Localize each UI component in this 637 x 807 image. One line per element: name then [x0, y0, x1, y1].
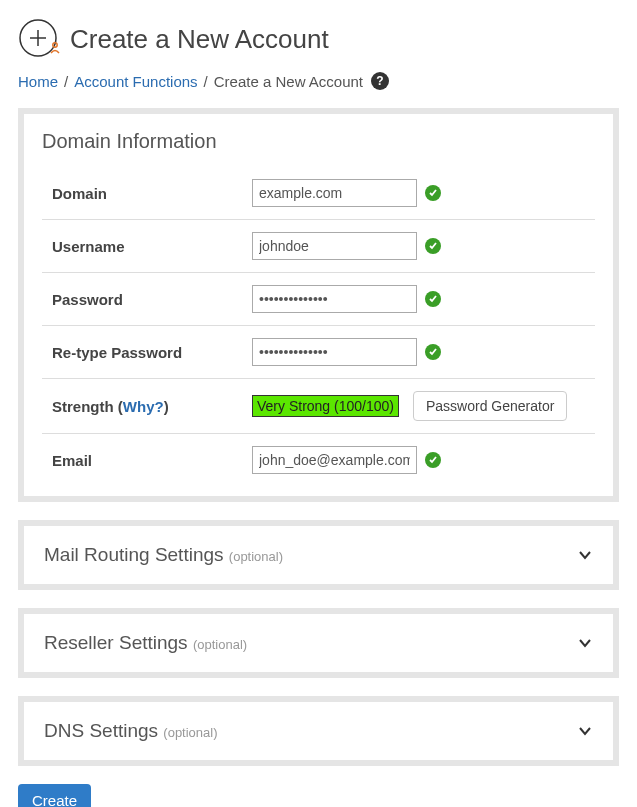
help-icon[interactable]: ? [371, 72, 389, 90]
breadcrumb-account-functions[interactable]: Account Functions [74, 73, 197, 90]
domain-label: Domain [42, 185, 252, 202]
domain-input[interactable] [252, 179, 417, 207]
optional-label: (optional) [163, 725, 217, 740]
password-generator-button[interactable]: Password Generator [413, 391, 567, 421]
email-label: Email [42, 452, 252, 469]
valid-check-icon [425, 238, 441, 254]
page-title: Create a New Account [70, 24, 329, 55]
valid-check-icon [425, 452, 441, 468]
valid-check-icon [425, 344, 441, 360]
valid-check-icon [425, 291, 441, 307]
create-button[interactable]: Create [18, 784, 91, 807]
reseller-settings-panel: Reseller Settings (optional) [18, 608, 619, 678]
retype-password-row: Re-type Password [42, 326, 595, 379]
mail-routing-toggle[interactable]: Mail Routing Settings (optional) [24, 526, 613, 584]
retype-password-input[interactable] [252, 338, 417, 366]
chevron-down-icon [577, 635, 593, 651]
dns-settings-toggle[interactable]: DNS Settings (optional) [24, 702, 613, 760]
password-label: Password [42, 291, 252, 308]
breadcrumb-current: Create a New Account [214, 73, 363, 90]
domain-information-panel: Domain Information Domain Username Passw… [18, 108, 619, 502]
email-input[interactable] [252, 446, 417, 474]
strength-label: Strength (Why?) [42, 398, 252, 415]
breadcrumb-sep: / [64, 73, 68, 90]
username-row: Username [42, 220, 595, 273]
mail-routing-panel: Mail Routing Settings (optional) [18, 520, 619, 590]
breadcrumb-home[interactable]: Home [18, 73, 58, 90]
optional-label: (optional) [193, 637, 247, 652]
reseller-title: Reseller Settings [44, 632, 188, 653]
breadcrumb-sep: / [204, 73, 208, 90]
dns-settings-panel: DNS Settings (optional) [18, 696, 619, 766]
username-input[interactable] [252, 232, 417, 260]
domain-info-heading: Domain Information [42, 130, 595, 153]
password-row: Password [42, 273, 595, 326]
add-account-icon [18, 18, 60, 60]
breadcrumb: Home / Account Functions / Create a New … [18, 72, 619, 90]
mail-routing-title: Mail Routing Settings [44, 544, 224, 565]
reseller-settings-toggle[interactable]: Reseller Settings (optional) [24, 614, 613, 672]
optional-label: (optional) [229, 549, 283, 564]
dns-title: DNS Settings [44, 720, 158, 741]
strength-row: Strength (Why?) Very Strong (100/100) Pa… [42, 379, 595, 434]
strength-indicator: Very Strong (100/100) [252, 395, 399, 417]
chevron-down-icon [577, 723, 593, 739]
strength-why-link[interactable]: Why? [123, 398, 164, 415]
chevron-down-icon [577, 547, 593, 563]
username-label: Username [42, 238, 252, 255]
domain-row: Domain [42, 167, 595, 220]
password-input[interactable] [252, 285, 417, 313]
valid-check-icon [425, 185, 441, 201]
retype-password-label: Re-type Password [42, 344, 252, 361]
email-row: Email [42, 434, 595, 486]
